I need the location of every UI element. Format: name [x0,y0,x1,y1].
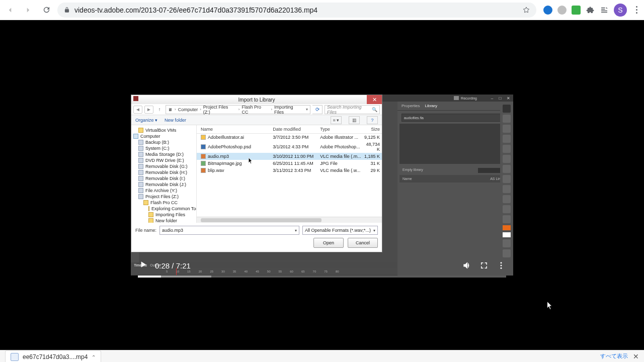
minimize-button[interactable]: – [489,96,495,101]
progress-bar[interactable] [138,276,506,278]
tree-item[interactable]: New folder [131,218,196,223]
tree-item[interactable]: DVD RW Drive (E:) [131,157,196,163]
folder-tree[interactable]: VirtualBox VMsComputerBackup (B:)System … [131,125,197,223]
new-folder-button[interactable]: New folder [165,118,186,123]
tree-item[interactable]: VirtualBox VMs [131,127,196,133]
download-filename: ee67c71d47d0a3....mp4 [23,353,88,360]
help-button[interactable]: ? [367,116,378,124]
breadcrumb-item[interactable]: Importing Files [274,105,304,115]
tree-item[interactable]: Project Files (Z:) [131,194,196,200]
drive-icon [138,158,143,163]
extension-icon[interactable] [557,6,567,15]
tool-icon[interactable] [503,215,511,223]
nav-back-button[interactable]: ◄ [133,106,142,114]
breadcrumb-item[interactable]: Flash Pro CC [242,105,269,115]
tree-item[interactable]: Removable Disk (J:) [131,182,196,188]
tool-icon[interactable] [503,115,511,123]
tool-icon[interactable] [503,185,511,193]
extensions-puzzle-icon[interactable] [586,6,595,15]
chevron-up-icon[interactable]: ⌃ [92,354,96,360]
tree-item[interactable]: Flash Pro CC [131,200,196,206]
tab-properties[interactable]: Properties [401,104,420,108]
breadcrumb-item[interactable]: Project Files (Z:) [203,105,236,115]
dialog-close-button[interactable]: ✕ [367,95,382,104]
nav-up-button[interactable]: ↑ [155,106,164,114]
show-all-downloads[interactable]: すべて表示 [600,352,628,360]
cancel-button[interactable]: Cancel [348,238,378,248]
tool-icon[interactable] [503,205,511,213]
bookmark-star-icon[interactable] [522,6,530,14]
play-button[interactable] [138,259,148,272]
tool-icon[interactable] [503,175,511,183]
nav-forward-button[interactable]: ► [144,106,153,114]
volume-button[interactable] [462,260,472,270]
folder-icon [138,128,143,133]
tool-icon[interactable] [503,145,511,153]
chrome-menu-button[interactable] [632,6,641,14]
library-file-row[interactable]: audiofiles.fla ▾ [401,114,509,122]
dialog-titlebar[interactable]: Import to Library ✕ [131,95,382,104]
close-button[interactable]: ✕ [505,96,511,101]
col-date[interactable]: Date modified [273,127,320,132]
tool-icon[interactable] [503,239,511,247]
tool-icon[interactable] [503,165,511,173]
tree-item[interactable]: Backup (B:) [131,139,196,145]
tree-item[interactable]: Importing Files [131,212,196,218]
open-button[interactable]: Open [313,238,344,248]
folder-icon [148,218,153,223]
file-icon [11,353,19,361]
view-mode-button[interactable]: ≡ ▾ [331,116,342,124]
profile-avatar[interactable]: S [614,4,627,17]
forward-button[interactable] [21,3,35,17]
file-row[interactable]: audio.mp33/10/2012 11:00 PMVLC media fil… [197,153,382,160]
breadcrumb[interactable]: 🖥 › Computer›Project Files (Z:)›Flash Pr… [166,105,310,114]
tree-item[interactable]: Media Storage (D:) [131,151,196,157]
tab-library[interactable]: Library [425,104,437,108]
col-size[interactable]: Size [363,127,382,132]
breadcrumb-item[interactable]: Computer [178,107,198,112]
file-type-filter[interactable]: All Openable Formats (*.wav;*...)▾ [302,226,378,235]
address-bar[interactable]: videos-tv.adobe.com/2013-07-26/ee67c71d4… [57,3,536,18]
download-item[interactable]: ee67c71d47d0a3....mp4 ⌃ [5,350,101,363]
col-type[interactable]: Type [320,127,363,132]
extension-icon[interactable] [572,6,581,15]
reading-list-icon[interactable] [600,6,609,15]
preview-pane-button[interactable]: ▥ [349,116,360,124]
tree-item[interactable]: System (C:) [131,145,196,151]
video-player[interactable]: Recording – □ ✕ Properties Library [131,95,513,276]
tree-item[interactable]: Exploring Common Tools [131,206,196,212]
refresh-button[interactable]: ⟳ [312,105,323,114]
library-col-name[interactable]: Name [403,177,412,180]
tool-icon[interactable] [503,155,511,163]
fullscreen-button[interactable] [479,260,489,270]
fill-swatch[interactable] [503,232,511,237]
tool-icon[interactable] [503,125,511,133]
back-button[interactable] [3,3,17,17]
file-row[interactable]: BitmapImage.jpg6/25/2011 11:45 AMJPG Fil… [197,160,382,167]
tree-item[interactable]: Removable Disk (H:) [131,169,196,175]
tool-icon[interactable] [503,195,511,203]
tree-item[interactable]: File Archive (Y:) [131,188,196,194]
maximize-button[interactable]: □ [497,96,503,101]
file-name-input[interactable]: audio.mp3▾ [159,226,299,235]
tree-item[interactable]: Computer [131,133,196,139]
tree-item[interactable]: Removable Disk (I:) [131,175,196,182]
file-row[interactable]: AdobePhotoshop.psd3/1/2012 4:33 PMAdobe … [197,141,382,153]
tree-item[interactable]: Removable Disk (G:) [131,163,196,169]
organize-button[interactable]: Organize ▾ [135,118,157,123]
selection-tool-icon[interactable] [503,105,511,113]
more-options-button[interactable] [496,260,506,270]
reload-button[interactable] [39,3,53,17]
close-shelf-button[interactable]: ✕ [633,352,639,360]
extension-icon[interactable] [543,6,552,15]
col-name[interactable]: Name [197,127,273,132]
file-row[interactable]: AdobeIllustrator.ai3/7/2012 3:50 PMAdobe… [197,134,382,141]
file-row[interactable]: blip.wav3/11/2012 3:43 PMVLC media file … [197,167,382,174]
tool-icon[interactable] [503,135,511,143]
horizontal-scrollbar[interactable] [197,217,382,223]
file-list-header[interactable]: Name Date modified Type Size [197,125,382,134]
stroke-swatch[interactable] [503,225,511,230]
breadcrumb-dropdown[interactable]: ▾ [306,107,308,112]
file-name-label: File name: [135,228,156,233]
search-input[interactable]: Search Importing Files 🔍 [325,105,380,114]
